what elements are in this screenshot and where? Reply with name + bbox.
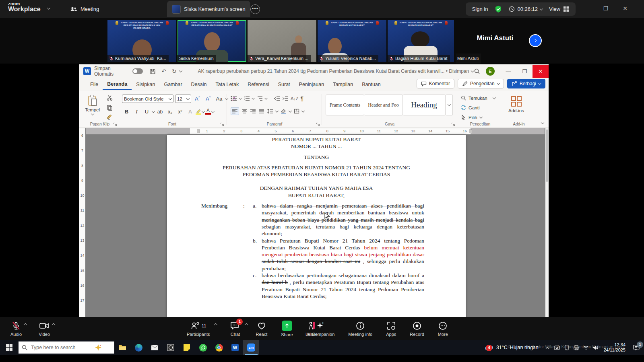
ribbon-tab[interactable]: Desain	[187, 79, 211, 90]
workspace-chevron-icon[interactable]	[47, 6, 50, 9]
file-explorer-icon[interactable]	[114, 340, 130, 355]
align-left-button[interactable]	[231, 107, 239, 115]
clipboard-dialog-launcher-icon[interactable]	[113, 122, 117, 126]
chrome-icon[interactable]	[211, 340, 227, 355]
tab-screen-share[interactable]: Siska Kemenkum's screen	[167, 1, 250, 17]
zoom-minimize-button[interactable]: —	[580, 2, 592, 14]
paste-button[interactable]: Tempel	[85, 92, 100, 115]
cut-button[interactable]	[105, 94, 114, 102]
sign-in-button[interactable]: Sign in	[472, 6, 488, 12]
text-effects-button[interactable]: A	[186, 107, 195, 116]
strikethrough-button[interactable]: ab	[155, 107, 165, 116]
meeting-timer[interactable]: 00:26:12	[509, 6, 543, 12]
justify-button[interactable]	[258, 109, 264, 114]
view-button[interactable]: View	[549, 6, 569, 12]
comment-button[interactable]: Komentar	[417, 79, 454, 88]
taskbar-clock[interactable]: 12:34 24/11/2025	[601, 342, 629, 353]
photos-icon[interactable]	[163, 340, 179, 355]
change-case-button[interactable]: Aa	[215, 95, 224, 103]
video-tile[interactable]: RAPAT HARMONISASI RANCANGAN BUPATI KUTAI…	[388, 20, 454, 62]
document-title[interactable]: AK raperbup perubahan perbup 21 Tahun 20…	[198, 68, 469, 74]
bold-button[interactable]: B	[122, 107, 131, 116]
ribbon-tab[interactable]: Sisipkan	[132, 79, 159, 90]
taskbar-search[interactable]	[19, 341, 114, 354]
video-tile[interactable]: RAPAT HARMONISASI RANCANGAN BUPATI KUTAI…	[318, 20, 386, 62]
search-input[interactable]	[31, 345, 91, 350]
select-button[interactable]: Pilih	[461, 113, 495, 121]
whatsapp-icon[interactable]	[195, 340, 211, 355]
edge-browser-icon[interactable]	[130, 340, 147, 355]
grow-font-button[interactable]: Aˆ	[193, 95, 202, 103]
video-tile[interactable]: Vera_Kanwil Kemenkum ...	[248, 20, 316, 62]
sticky-notes-icon[interactable]	[179, 340, 195, 355]
align-right-button[interactable]	[250, 109, 256, 114]
style-card[interactable]: Heading	[403, 95, 446, 115]
numbered-list-button[interactable]	[244, 96, 250, 101]
document-scrollbar[interactable]	[545, 128, 549, 317]
shading-button[interactable]	[281, 109, 287, 114]
leave-button[interactable]: Leave	[0, 317, 634, 340]
ribbon-tab[interactable]: Referensi	[243, 79, 274, 90]
right-indent-marker[interactable]	[469, 130, 472, 133]
format-painter-button[interactable]	[105, 113, 114, 121]
addins-button[interactable]: Add-ins	[508, 93, 524, 113]
underline-button[interactable]: U	[142, 107, 151, 116]
scrollbar-thumb[interactable]	[546, 130, 548, 182]
style-card[interactable]: Header and Foo	[364, 95, 403, 115]
style-card[interactable]: Frame Contents	[326, 95, 364, 115]
undo-button[interactable]: ↶	[159, 68, 169, 74]
pilcrow-button[interactable]: ¶	[301, 95, 304, 102]
video-tile[interactable]: RAPAT HARMONISASI RANCANGAN PERATURAN BU…	[107, 20, 176, 62]
word-taskbar-icon[interactable]: W	[227, 340, 243, 355]
find-button[interactable]: Temukan	[461, 94, 495, 102]
borders-button[interactable]	[294, 109, 299, 114]
video-tile-active-speaker[interactable]: RAPAT HARMONISASI RANCANGAN PERATURAN BU…	[178, 20, 246, 62]
ribbon-tab[interactable]: Tampilan	[328, 79, 357, 90]
zoom-maximize-button[interactable]: ❐	[600, 2, 612, 14]
tray-volume-icon[interactable]	[591, 340, 601, 355]
zoom-taskbar-icon[interactable]: zm	[243, 340, 259, 355]
highlight-button[interactable]	[196, 109, 201, 115]
font-dialog-launcher-icon[interactable]	[220, 122, 224, 126]
line-spacing-button[interactable]	[267, 109, 273, 114]
indent-marker[interactable]	[197, 130, 200, 133]
share-document-button[interactable]: Berbagi	[507, 79, 545, 88]
save-button[interactable]	[147, 68, 159, 74]
multilevel-list-button[interactable]	[256, 96, 263, 101]
ribbon-tab[interactable]: File	[86, 79, 103, 90]
bullet-list-button[interactable]	[231, 96, 237, 101]
ribbon-tab[interactable]: Gambar	[159, 79, 186, 90]
shrink-font-button[interactable]: Aˇ	[204, 95, 213, 103]
decrease-indent-button[interactable]	[274, 96, 280, 101]
ribbon-tab[interactable]: Peninjauan	[295, 79, 329, 90]
font-color-button[interactable]: A	[205, 109, 211, 115]
redo-button[interactable]: ↻	[169, 68, 180, 74]
replace-button[interactable]: Ganti	[461, 103, 495, 112]
editing-mode-button[interactable]: Pengeditan	[458, 79, 504, 88]
tray-wifi-icon[interactable]	[581, 340, 591, 355]
subscript-button[interactable]: x₂	[165, 107, 175, 116]
next-participants-button[interactable]	[529, 34, 542, 47]
autosave-toggle[interactable]	[132, 68, 143, 74]
tab-meeting[interactable]: Meeting	[64, 0, 105, 18]
account-avatar[interactable]: E	[486, 67, 495, 76]
italic-button[interactable]: I	[132, 107, 141, 116]
search-icon[interactable]	[474, 68, 480, 74]
start-button[interactable]	[0, 340, 19, 355]
zoom-close-button[interactable]: ✕	[619, 2, 631, 14]
tray-printer-icon[interactable]	[572, 340, 581, 355]
font-size-select[interactable]: 12	[175, 95, 191, 103]
tray-phone-icon[interactable]	[562, 340, 572, 355]
weather-widget[interactable]: 4 31°C Hujan ringan	[480, 344, 543, 351]
styles-gallery-expand-button[interactable]	[446, 95, 453, 115]
security-shield-icon[interactable]	[494, 5, 502, 13]
word-restore-button[interactable]: ❐	[516, 65, 533, 78]
tray-camera-icon[interactable]	[552, 340, 562, 355]
sort-button[interactable]: A↓Z	[291, 96, 299, 101]
mail-icon[interactable]	[147, 340, 163, 355]
ribbon-tab[interactable]: Beranda	[103, 79, 132, 90]
ribbon-tab[interactable]: Tata Letak	[211, 79, 244, 90]
superscript-button[interactable]: x²	[175, 107, 185, 116]
word-close-button[interactable]: ✕	[533, 65, 549, 78]
ribbon-tab[interactable]: Bantuan	[357, 79, 385, 90]
